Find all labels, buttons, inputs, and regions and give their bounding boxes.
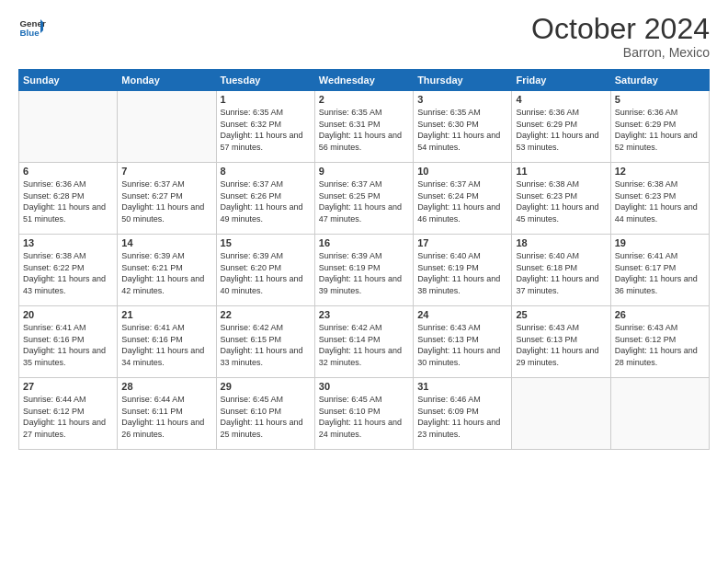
calendar-cell: 2Sunrise: 6:35 AM Sunset: 6:31 PM Daylig… — [314, 91, 413, 163]
day-info: Sunrise: 6:39 AM Sunset: 6:20 PM Dayligh… — [221, 250, 311, 296]
day-info: Sunrise: 6:43 AM Sunset: 6:13 PM Dayligh… — [516, 322, 606, 368]
day-number: 25 — [516, 309, 606, 320]
day-info: Sunrise: 6:43 AM Sunset: 6:12 PM Dayligh… — [615, 322, 705, 368]
day-info: Sunrise: 6:45 AM Sunset: 6:10 PM Dayligh… — [221, 394, 311, 440]
calendar-day-header: Saturday — [610, 70, 709, 91]
day-number: 8 — [221, 166, 311, 177]
title-area: October 2024 Barron, Mexico — [531, 14, 710, 60]
calendar-cell: 7Sunrise: 6:37 AM Sunset: 6:27 PM Daylig… — [118, 163, 216, 235]
day-number: 14 — [121, 237, 211, 248]
day-number: 21 — [121, 309, 211, 320]
calendar-cell: 1Sunrise: 6:35 AM Sunset: 6:32 PM Daylig… — [216, 91, 314, 163]
day-number: 7 — [121, 166, 211, 177]
day-number: 28 — [121, 381, 211, 392]
calendar-day-header: Tuesday — [216, 70, 314, 91]
calendar-cell: 9Sunrise: 6:37 AM Sunset: 6:25 PM Daylig… — [314, 163, 413, 235]
calendar-week-row: 20Sunrise: 6:41 AM Sunset: 6:16 PM Dayli… — [19, 306, 710, 378]
calendar-table: SundayMondayTuesdayWednesdayThursdayFrid… — [18, 69, 710, 450]
day-info: Sunrise: 6:38 AM Sunset: 6:23 PM Dayligh… — [615, 178, 705, 224]
day-number: 24 — [417, 309, 507, 320]
day-number: 19 — [615, 237, 705, 248]
calendar-header-row: SundayMondayTuesdayWednesdayThursdayFrid… — [19, 70, 710, 91]
day-number: 16 — [319, 237, 409, 248]
calendar-cell: 5Sunrise: 6:36 AM Sunset: 6:29 PM Daylig… — [610, 91, 709, 163]
day-number: 20 — [23, 309, 113, 320]
day-info: Sunrise: 6:37 AM Sunset: 6:24 PM Dayligh… — [417, 178, 507, 224]
day-info: Sunrise: 6:41 AM Sunset: 6:16 PM Dayligh… — [23, 322, 113, 368]
calendar-cell: 17Sunrise: 6:40 AM Sunset: 6:19 PM Dayli… — [414, 235, 512, 306]
calendar-cell — [118, 91, 216, 163]
calendar-week-row: 1Sunrise: 6:35 AM Sunset: 6:32 PM Daylig… — [19, 91, 710, 163]
calendar-cell: 12Sunrise: 6:38 AM Sunset: 6:23 PM Dayli… — [610, 163, 709, 235]
calendar-day-header: Friday — [512, 70, 610, 91]
day-info: Sunrise: 6:35 AM Sunset: 6:31 PM Dayligh… — [319, 107, 409, 153]
day-info: Sunrise: 6:41 AM Sunset: 6:17 PM Dayligh… — [615, 250, 705, 296]
calendar-cell: 4Sunrise: 6:36 AM Sunset: 6:29 PM Daylig… — [512, 91, 610, 163]
calendar-day-header: Thursday — [414, 70, 512, 91]
calendar-cell: 10Sunrise: 6:37 AM Sunset: 6:24 PM Dayli… — [414, 163, 512, 235]
day-number: 13 — [23, 237, 113, 248]
day-number: 11 — [516, 166, 606, 177]
calendar-cell: 19Sunrise: 6:41 AM Sunset: 6:17 PM Dayli… — [610, 235, 709, 306]
calendar-cell: 14Sunrise: 6:39 AM Sunset: 6:21 PM Dayli… — [118, 235, 216, 306]
calendar-day-header: Wednesday — [314, 70, 413, 91]
day-info: Sunrise: 6:35 AM Sunset: 6:30 PM Dayligh… — [417, 107, 507, 153]
calendar-cell: 21Sunrise: 6:41 AM Sunset: 6:16 PM Dayli… — [118, 306, 216, 378]
calendar-week-row: 27Sunrise: 6:44 AM Sunset: 6:12 PM Dayli… — [19, 378, 710, 450]
day-info: Sunrise: 6:45 AM Sunset: 6:10 PM Dayligh… — [319, 394, 409, 440]
calendar-cell — [19, 91, 118, 163]
calendar-day-header: Sunday — [19, 70, 118, 91]
page: General Blue October 2024 Barron, Mexico… — [0, 0, 728, 563]
day-info: Sunrise: 6:42 AM Sunset: 6:14 PM Dayligh… — [319, 322, 409, 368]
day-info: Sunrise: 6:40 AM Sunset: 6:19 PM Dayligh… — [417, 250, 507, 296]
day-number: 30 — [319, 381, 409, 392]
day-number: 18 — [516, 237, 606, 248]
day-number: 31 — [417, 381, 507, 392]
day-info: Sunrise: 6:38 AM Sunset: 6:22 PM Dayligh… — [23, 250, 113, 296]
day-number: 2 — [319, 94, 409, 105]
day-number: 27 — [23, 381, 113, 392]
day-number: 12 — [615, 166, 705, 177]
day-info: Sunrise: 6:38 AM Sunset: 6:23 PM Dayligh… — [516, 178, 606, 224]
location: Barron, Mexico — [531, 45, 710, 60]
day-info: Sunrise: 6:40 AM Sunset: 6:18 PM Dayligh… — [516, 250, 606, 296]
day-info: Sunrise: 6:37 AM Sunset: 6:25 PM Dayligh… — [319, 178, 409, 224]
logo: General Blue — [18, 14, 46, 41]
day-info: Sunrise: 6:44 AM Sunset: 6:12 PM Dayligh… — [23, 394, 113, 440]
day-number: 5 — [615, 94, 705, 105]
header: General Blue October 2024 Barron, Mexico — [18, 14, 710, 60]
calendar-week-row: 13Sunrise: 6:38 AM Sunset: 6:22 PM Dayli… — [19, 235, 710, 306]
day-number: 4 — [516, 94, 606, 105]
day-number: 1 — [221, 94, 311, 105]
day-info: Sunrise: 6:39 AM Sunset: 6:21 PM Dayligh… — [121, 250, 211, 296]
calendar-cell: 30Sunrise: 6:45 AM Sunset: 6:10 PM Dayli… — [314, 378, 413, 450]
calendar-day-header: Monday — [118, 70, 216, 91]
calendar-cell: 24Sunrise: 6:43 AM Sunset: 6:13 PM Dayli… — [414, 306, 512, 378]
calendar-cell: 20Sunrise: 6:41 AM Sunset: 6:16 PM Dayli… — [19, 306, 118, 378]
day-number: 17 — [417, 237, 507, 248]
day-number: 10 — [417, 166, 507, 177]
svg-text:Blue: Blue — [20, 28, 40, 38]
day-info: Sunrise: 6:37 AM Sunset: 6:26 PM Dayligh… — [221, 178, 311, 224]
calendar-cell: 25Sunrise: 6:43 AM Sunset: 6:13 PM Dayli… — [512, 306, 610, 378]
day-number: 23 — [319, 309, 409, 320]
day-info: Sunrise: 6:36 AM Sunset: 6:29 PM Dayligh… — [615, 107, 705, 153]
calendar-cell: 13Sunrise: 6:38 AM Sunset: 6:22 PM Dayli… — [19, 235, 118, 306]
calendar-cell: 16Sunrise: 6:39 AM Sunset: 6:19 PM Dayli… — [314, 235, 413, 306]
day-number: 3 — [417, 94, 507, 105]
day-info: Sunrise: 6:42 AM Sunset: 6:15 PM Dayligh… — [221, 322, 311, 368]
day-number: 9 — [319, 166, 409, 177]
day-info: Sunrise: 6:46 AM Sunset: 6:09 PM Dayligh… — [417, 394, 507, 440]
calendar-cell: 22Sunrise: 6:42 AM Sunset: 6:15 PM Dayli… — [216, 306, 314, 378]
calendar-cell: 31Sunrise: 6:46 AM Sunset: 6:09 PM Dayli… — [414, 378, 512, 450]
day-info: Sunrise: 6:44 AM Sunset: 6:11 PM Dayligh… — [121, 394, 211, 440]
calendar-cell: 23Sunrise: 6:42 AM Sunset: 6:14 PM Dayli… — [314, 306, 413, 378]
calendar-cell: 27Sunrise: 6:44 AM Sunset: 6:12 PM Dayli… — [19, 378, 118, 450]
day-info: Sunrise: 6:35 AM Sunset: 6:32 PM Dayligh… — [221, 107, 311, 153]
calendar-cell — [512, 378, 610, 450]
month-title: October 2024 — [531, 14, 710, 43]
calendar-cell: 18Sunrise: 6:40 AM Sunset: 6:18 PM Dayli… — [512, 235, 610, 306]
day-info: Sunrise: 6:41 AM Sunset: 6:16 PM Dayligh… — [121, 322, 211, 368]
calendar-cell — [610, 378, 709, 450]
day-number: 22 — [221, 309, 311, 320]
